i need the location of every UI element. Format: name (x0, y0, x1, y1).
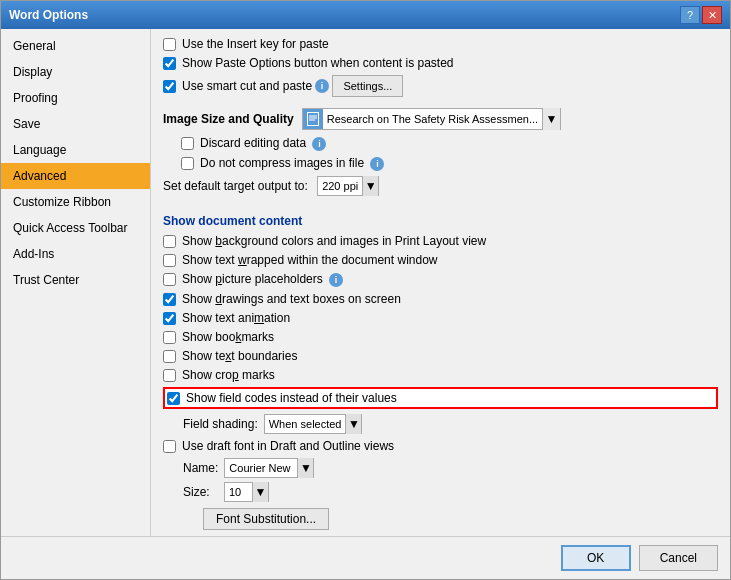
svg-rect-1 (308, 113, 318, 125)
drawings-row: Show drawings and text boxes on screen (163, 292, 718, 306)
sidebar-item-advanced[interactable]: Advanced (1, 163, 150, 189)
title-bar: Word Options ? ✕ (1, 1, 730, 29)
use-draft-font-label: Use draft font in Draft and Outline view… (182, 439, 394, 453)
sidebar-item-customize[interactable]: Customize Ribbon (1, 189, 150, 215)
crop-marks-label: Show crop marks (182, 368, 275, 382)
field-shading-label: Field shading: (183, 417, 258, 431)
picture-ph-label: Show picture placeholders i (182, 272, 343, 287)
dialog-footer: OK Cancel (1, 536, 730, 579)
use-insert-key-checkbox[interactable] (163, 38, 176, 51)
text-wrapped-checkbox[interactable] (163, 254, 176, 267)
bookmarks-row: Show bookmarks (163, 330, 718, 344)
font-name-dropdown[interactable]: Courier New ▼ (224, 458, 314, 478)
sidebar-item-trust[interactable]: Trust Center (1, 267, 150, 293)
crop-marks-row: Show crop marks (163, 368, 718, 382)
use-insert-key-row: Use the Insert key for paste (163, 37, 718, 51)
image-quality-row: Image Size and Quality Research on The S… (163, 108, 718, 130)
use-draft-font-checkbox[interactable] (163, 440, 176, 453)
text-bound-row: Show text boundaries (163, 349, 718, 363)
document-dropdown-arrow[interactable]: ▼ (542, 108, 560, 130)
text-bound-checkbox[interactable] (163, 350, 176, 363)
font-name-row: Name: Courier New ▼ (163, 458, 718, 478)
picture-ph-row: Show picture placeholders i (163, 272, 718, 287)
sidebar-item-language[interactable]: Language (1, 137, 150, 163)
text-bound-label: Show text boundaries (182, 349, 297, 363)
smart-cut-row: Use smart cut and paste i Settings... (163, 75, 718, 97)
no-compress-checkbox[interactable] (181, 157, 194, 170)
settings-button[interactable]: Settings... (332, 75, 403, 97)
font-size-dropdown[interactable]: 10 ▼ (224, 482, 269, 502)
field-codes-checkbox[interactable] (167, 392, 180, 405)
show-paste-options-label: Show Paste Options button when content i… (182, 56, 454, 70)
ppi-row: Set default target output to: 220 ppi ▼ (163, 176, 718, 196)
ppi-dropdown[interactable]: 220 ppi ▼ (317, 176, 379, 196)
discard-editing-row: Discard editing data i (163, 136, 718, 151)
no-compress-label: Do not compress images in file i (200, 156, 384, 171)
text-wrapped-label: Show text wrapped within the document wi… (182, 253, 437, 267)
discard-editing-label: Discard editing data i (200, 136, 326, 151)
dialog-body: General Display Proofing Save Language A… (1, 29, 730, 536)
text-wrapped-row: Show text wrapped within the document wi… (163, 253, 718, 267)
font-sub-container: Font Substitution... (163, 508, 718, 530)
ppi-label: Set default target output to: (163, 179, 308, 193)
picture-ph-info-icon: i (329, 273, 343, 287)
font-size-row: Size: 10 ▼ (163, 482, 718, 502)
sidebar-item-save[interactable]: Save (1, 111, 150, 137)
sidebar-item-general[interactable]: General (1, 33, 150, 59)
crop-marks-checkbox[interactable] (163, 369, 176, 382)
use-insert-key-label: Use the Insert key for paste (182, 37, 329, 51)
field-shading-dropdown[interactable]: When selected ▼ (264, 414, 363, 434)
no-compress-row: Do not compress images in file i (163, 156, 718, 171)
show-document-header: Show document content (163, 214, 718, 228)
cancel-button[interactable]: Cancel (639, 545, 718, 571)
no-compress-info-icon: i (370, 157, 384, 171)
font-substitution-button[interactable]: Font Substitution... (203, 508, 329, 530)
show-paste-options-checkbox[interactable] (163, 57, 176, 70)
font-name-arrow[interactable]: ▼ (297, 458, 313, 478)
field-codes-row: Show field codes instead of their values (163, 387, 718, 409)
text-anim-row: Show text animation (163, 311, 718, 325)
drawings-checkbox[interactable] (163, 293, 176, 306)
field-shading-arrow[interactable]: ▼ (345, 414, 361, 434)
font-size-arrow[interactable]: ▼ (252, 482, 268, 502)
content-scroll[interactable]: Use the Insert key for paste Show Paste … (151, 29, 730, 536)
show-paste-options-row: Show Paste Options button when content i… (163, 56, 718, 70)
bg-colors-label: Show background colors and images in Pri… (182, 234, 486, 248)
sidebar-item-addins[interactable]: Add-Ins (1, 241, 150, 267)
ppi-dropdown-arrow[interactable]: ▼ (362, 176, 378, 196)
size-label: Size: (183, 485, 218, 499)
help-button[interactable]: ? (680, 6, 700, 24)
dialog-title: Word Options (9, 8, 88, 22)
text-anim-checkbox[interactable] (163, 312, 176, 325)
document-dropdown[interactable]: Research on The Safety Risk Assessmen...… (302, 108, 561, 130)
document-name: Research on The Safety Risk Assessmen... (323, 113, 542, 125)
title-bar-buttons: ? ✕ (680, 6, 722, 24)
image-quality-label: Image Size and Quality (163, 112, 294, 126)
content-area: Use the Insert key for paste Show Paste … (151, 29, 730, 536)
smart-cut-info-icon: i (315, 79, 329, 93)
bookmarks-label: Show bookmarks (182, 330, 274, 344)
text-anim-label: Show text animation (182, 311, 290, 325)
close-button[interactable]: ✕ (702, 6, 722, 24)
word-options-dialog: Word Options ? ✕ General Display Proofin… (0, 0, 731, 580)
discard-info-icon: i (312, 137, 326, 151)
drawings-label: Show drawings and text boxes on screen (182, 292, 401, 306)
field-codes-label: Show field codes instead of their values (186, 391, 397, 405)
sidebar: General Display Proofing Save Language A… (1, 29, 151, 536)
bg-colors-checkbox[interactable] (163, 235, 176, 248)
sidebar-item-proofing[interactable]: Proofing (1, 85, 150, 111)
smart-cut-checkbox[interactable] (163, 80, 176, 93)
ok-button[interactable]: OK (561, 545, 631, 571)
document-icon (303, 109, 323, 129)
picture-ph-checkbox[interactable] (163, 273, 176, 286)
bg-colors-row: Show background colors and images in Pri… (163, 234, 718, 248)
use-draft-font-row: Use draft font in Draft and Outline view… (163, 439, 718, 453)
sidebar-item-quick-access[interactable]: Quick Access Toolbar (1, 215, 150, 241)
field-shading-row: Field shading: When selected ▼ (163, 414, 718, 434)
name-label: Name: (183, 461, 218, 475)
discard-editing-checkbox[interactable] (181, 137, 194, 150)
sidebar-item-display[interactable]: Display (1, 59, 150, 85)
bookmarks-checkbox[interactable] (163, 331, 176, 344)
smart-cut-label: Use smart cut and paste (182, 79, 312, 93)
